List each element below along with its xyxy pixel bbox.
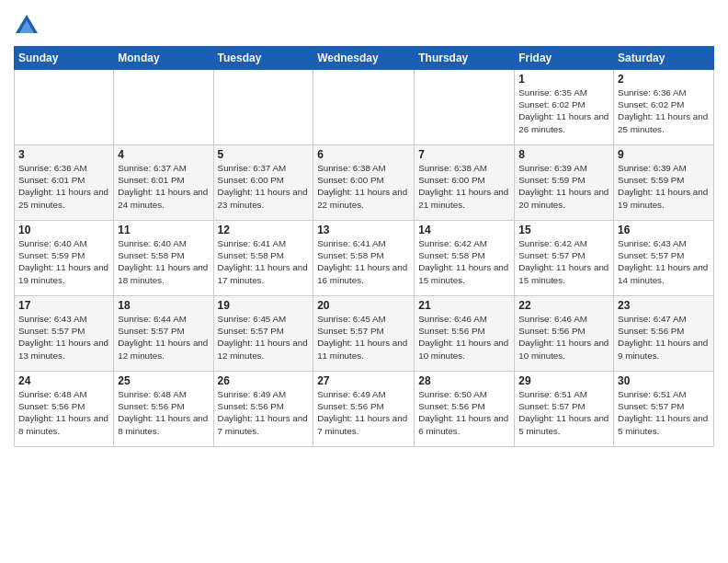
weekday-header: Tuesday	[213, 47, 313, 70]
calendar-cell	[114, 70, 213, 145]
calendar-cell: 11Sunrise: 6:40 AMSunset: 5:58 PMDayligh…	[114, 221, 213, 296]
calendar-cell: 10Sunrise: 6:40 AMSunset: 5:59 PMDayligh…	[15, 221, 114, 296]
calendar-cell: 15Sunrise: 6:42 AMSunset: 5:57 PMDayligh…	[515, 221, 614, 296]
day-number: 5	[218, 148, 310, 161]
calendar-cell: 2Sunrise: 6:36 AMSunset: 6:02 PMDaylight…	[614, 70, 714, 145]
day-info: Sunrise: 6:51 AMSunset: 5:57 PMDaylight:…	[518, 388, 609, 437]
day-number: 25	[118, 374, 209, 387]
day-info: Sunrise: 6:45 AMSunset: 5:57 PMDaylight:…	[317, 313, 410, 362]
calendar-cell: 28Sunrise: 6:50 AMSunset: 5:56 PMDayligh…	[415, 372, 515, 447]
calendar-cell: 16Sunrise: 6:43 AMSunset: 5:57 PMDayligh…	[614, 221, 714, 296]
calendar-cell: 9Sunrise: 6:39 AMSunset: 5:59 PMDaylight…	[614, 145, 714, 221]
day-info: Sunrise: 6:43 AMSunset: 5:57 PMDaylight:…	[618, 237, 710, 286]
calendar-header: SundayMondayTuesdayWednesdayThursdayFrid…	[15, 47, 714, 70]
day-info: Sunrise: 6:42 AMSunset: 5:57 PMDaylight:…	[518, 237, 609, 286]
calendar-cell: 14Sunrise: 6:42 AMSunset: 5:58 PMDayligh…	[415, 221, 515, 296]
day-info: Sunrise: 6:36 AMSunset: 6:02 PMDaylight:…	[618, 86, 710, 135]
day-number: 21	[418, 299, 510, 312]
day-info: Sunrise: 6:39 AMSunset: 5:59 PMDaylight:…	[618, 162, 710, 211]
day-number: 16	[618, 224, 710, 236]
weekday-header: Monday	[114, 47, 213, 70]
day-info: Sunrise: 6:44 AMSunset: 5:57 PMDaylight:…	[118, 313, 209, 362]
day-number: 26	[218, 374, 310, 387]
weekday-header: Sunday	[15, 47, 114, 70]
day-number: 9	[618, 148, 710, 161]
day-number: 1	[518, 73, 609, 86]
day-number: 27	[317, 374, 410, 387]
calendar-cell: 20Sunrise: 6:45 AMSunset: 5:57 PMDayligh…	[313, 296, 415, 372]
calendar-cell: 3Sunrise: 6:36 AMSunset: 6:01 PMDaylight…	[15, 145, 114, 221]
day-number: 22	[518, 299, 609, 312]
calendar-cell: 21Sunrise: 6:46 AMSunset: 5:56 PMDayligh…	[415, 296, 515, 372]
day-number: 6	[317, 148, 410, 161]
day-number: 14	[418, 224, 510, 236]
calendar-cell: 17Sunrise: 6:43 AMSunset: 5:57 PMDayligh…	[15, 296, 114, 372]
day-info: Sunrise: 6:40 AMSunset: 5:59 PMDaylight:…	[18, 237, 109, 286]
day-number: 2	[618, 73, 710, 86]
day-info: Sunrise: 6:48 AMSunset: 5:56 PMDaylight:…	[18, 388, 109, 437]
calendar-cell: 7Sunrise: 6:38 AMSunset: 6:00 PMDaylight…	[415, 145, 515, 221]
calendar-cell: 29Sunrise: 6:51 AMSunset: 5:57 PMDayligh…	[515, 372, 614, 447]
day-number: 13	[317, 224, 410, 236]
day-number: 28	[418, 374, 510, 387]
day-info: Sunrise: 6:50 AMSunset: 5:56 PMDaylight:…	[418, 388, 510, 437]
calendar-cell: 23Sunrise: 6:47 AMSunset: 5:56 PMDayligh…	[614, 296, 714, 372]
calendar-cell: 18Sunrise: 6:44 AMSunset: 5:57 PMDayligh…	[114, 296, 213, 372]
day-info: Sunrise: 6:41 AMSunset: 5:58 PMDaylight:…	[218, 237, 310, 286]
day-number: 3	[18, 148, 109, 161]
calendar-cell: 19Sunrise: 6:45 AMSunset: 5:57 PMDayligh…	[213, 296, 313, 372]
weekday-header: Friday	[515, 47, 614, 70]
day-number: 29	[518, 374, 609, 387]
calendar-cell: 6Sunrise: 6:38 AMSunset: 6:00 PMDaylight…	[313, 145, 415, 221]
calendar-week-row: 24Sunrise: 6:48 AMSunset: 5:56 PMDayligh…	[15, 372, 714, 447]
calendar-cell	[15, 70, 114, 145]
day-info: Sunrise: 6:38 AMSunset: 6:00 PMDaylight:…	[418, 162, 510, 211]
calendar-body: 1Sunrise: 6:35 AMSunset: 6:02 PMDaylight…	[15, 70, 714, 447]
weekday-header: Thursday	[415, 47, 515, 70]
calendar-cell	[313, 70, 415, 145]
calendar-week-row: 17Sunrise: 6:43 AMSunset: 5:57 PMDayligh…	[15, 296, 714, 372]
logo-icon	[14, 13, 40, 39]
day-number: 11	[118, 224, 209, 236]
calendar-cell	[213, 70, 313, 145]
day-info: Sunrise: 6:39 AMSunset: 5:59 PMDaylight:…	[518, 162, 609, 211]
day-number: 30	[618, 374, 710, 387]
weekday-header: Saturday	[614, 47, 714, 70]
day-info: Sunrise: 6:47 AMSunset: 5:56 PMDaylight:…	[618, 313, 710, 362]
calendar-cell: 12Sunrise: 6:41 AMSunset: 5:58 PMDayligh…	[213, 221, 313, 296]
day-number: 12	[218, 224, 310, 236]
day-number: 4	[118, 148, 209, 161]
calendar-cell: 1Sunrise: 6:35 AMSunset: 6:02 PMDaylight…	[515, 70, 614, 145]
logo	[14, 13, 43, 39]
day-number: 15	[518, 224, 609, 236]
day-info: Sunrise: 6:41 AMSunset: 5:58 PMDaylight:…	[317, 237, 410, 286]
calendar-week-row: 10Sunrise: 6:40 AMSunset: 5:59 PMDayligh…	[15, 221, 714, 296]
calendar-cell: 27Sunrise: 6:49 AMSunset: 5:56 PMDayligh…	[313, 372, 415, 447]
day-number: 17	[18, 299, 109, 312]
day-info: Sunrise: 6:42 AMSunset: 5:58 PMDaylight:…	[418, 237, 510, 286]
day-info: Sunrise: 6:48 AMSunset: 5:56 PMDaylight:…	[118, 388, 209, 437]
day-info: Sunrise: 6:46 AMSunset: 5:56 PMDaylight:…	[418, 313, 510, 362]
weekday-header: Wednesday	[313, 47, 415, 70]
day-number: 7	[418, 148, 510, 161]
day-info: Sunrise: 6:36 AMSunset: 6:01 PMDaylight:…	[18, 162, 109, 211]
day-number: 10	[18, 224, 109, 236]
day-info: Sunrise: 6:49 AMSunset: 5:56 PMDaylight:…	[218, 388, 310, 437]
calendar-cell: 5Sunrise: 6:37 AMSunset: 6:00 PMDaylight…	[213, 145, 313, 221]
calendar-week-row: 3Sunrise: 6:36 AMSunset: 6:01 PMDaylight…	[15, 145, 714, 221]
page: SundayMondayTuesdayWednesdayThursdayFrid…	[0, 0, 728, 563]
day-number: 8	[518, 148, 609, 161]
calendar-week-row: 1Sunrise: 6:35 AMSunset: 6:02 PMDaylight…	[15, 70, 714, 145]
calendar-cell: 24Sunrise: 6:48 AMSunset: 5:56 PMDayligh…	[15, 372, 114, 447]
calendar-cell: 22Sunrise: 6:46 AMSunset: 5:56 PMDayligh…	[515, 296, 614, 372]
calendar-cell: 25Sunrise: 6:48 AMSunset: 5:56 PMDayligh…	[114, 372, 213, 447]
calendar-cell: 8Sunrise: 6:39 AMSunset: 5:59 PMDaylight…	[515, 145, 614, 221]
calendar-cell: 26Sunrise: 6:49 AMSunset: 5:56 PMDayligh…	[213, 372, 313, 447]
day-info: Sunrise: 6:45 AMSunset: 5:57 PMDaylight:…	[218, 313, 310, 362]
day-info: Sunrise: 6:38 AMSunset: 6:00 PMDaylight:…	[317, 162, 410, 211]
day-number: 23	[618, 299, 710, 312]
calendar-table: SundayMondayTuesdayWednesdayThursdayFrid…	[14, 46, 714, 447]
day-info: Sunrise: 6:37 AMSunset: 6:00 PMDaylight:…	[218, 162, 310, 211]
day-number: 18	[118, 299, 209, 312]
calendar-cell: 13Sunrise: 6:41 AMSunset: 5:58 PMDayligh…	[313, 221, 415, 296]
